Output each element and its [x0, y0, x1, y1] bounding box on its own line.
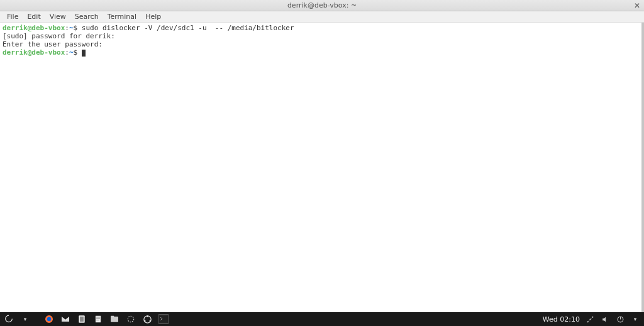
scrollbar-thumb[interactable] [641, 23, 644, 312]
terminal-line: derrik@deb-vbox:~$ [3, 48, 639, 57]
chevron-down-icon[interactable]: ▾ [630, 314, 640, 324]
menu-view[interactable]: View [45, 11, 70, 22]
terminal-line: Enter the user password: [3, 40, 639, 48]
prompt-path: ~ [69, 48, 74, 57]
cursor-icon [82, 50, 86, 57]
svg-point-10 [128, 316, 133, 322]
terminal-task-icon[interactable] [158, 314, 169, 324]
power-icon[interactable] [615, 314, 625, 324]
svg-line-20 [590, 317, 592, 319]
window-title: derrik@deb-vbox: ~ [287, 1, 357, 9]
mail-icon[interactable] [60, 314, 70, 324]
svg-point-14 [143, 320, 145, 322]
svg-rect-9 [111, 316, 114, 317]
close-icon[interactable]: ✕ [634, 1, 640, 10]
ubuntu-icon[interactable] [142, 314, 152, 324]
svg-rect-7 [96, 320, 99, 320]
start-menu-icon[interactable] [4, 314, 14, 324]
svg-line-19 [587, 319, 590, 322]
svg-rect-15 [159, 315, 168, 323]
svg-rect-4 [96, 316, 101, 323]
dotted-circle-icon[interactable] [126, 314, 136, 324]
menu-search[interactable]: Search [70, 11, 103, 22]
prompt-path: ~ [69, 24, 74, 32]
menu-help[interactable]: Help [141, 11, 165, 22]
svg-rect-3 [80, 317, 84, 322]
menu-file[interactable]: File [3, 11, 23, 22]
chevron-down-icon[interactable]: ▾ [20, 314, 30, 324]
menu-terminal[interactable]: Terminal [103, 11, 142, 22]
svg-rect-5 [96, 317, 100, 318]
menu-edit[interactable]: Edit [23, 11, 45, 22]
app-icon[interactable] [77, 314, 87, 324]
svg-point-12 [147, 315, 148, 317]
svg-rect-8 [111, 317, 118, 322]
prompt-user: derrik@deb-vbox [3, 24, 65, 32]
taskbar-left: ▾ [4, 314, 169, 324]
network-icon[interactable] [585, 314, 595, 324]
window-titlebar: derrik@deb-vbox: ~ ✕ [0, 0, 644, 11]
prompt-colon: : [65, 24, 69, 32]
terminal-command: sudo dislocker -V /dev/sdc1 -u -- /media… [82, 24, 294, 32]
prompt-colon: : [65, 48, 69, 57]
prompt-dollar: $ [74, 24, 82, 32]
prompt-user: derrik@deb-vbox [3, 48, 65, 57]
firefox-icon[interactable] [44, 314, 54, 324]
terminal-line: [sudo] password for derrik: [3, 32, 639, 40]
terminal-viewport[interactable]: derrik@deb-vbox:~$ sudo dislocker -V /de… [0, 23, 641, 312]
files-icon[interactable] [109, 314, 119, 324]
volume-icon[interactable] [600, 314, 610, 324]
svg-point-13 [149, 320, 151, 322]
document-icon[interactable] [93, 314, 103, 324]
terminal-line: derrik@deb-vbox:~$ sudo dislocker -V /de… [3, 24, 639, 32]
scrollbar-vertical[interactable] [641, 23, 644, 312]
svg-rect-6 [96, 318, 100, 319]
taskbar-right: Wed 02:10 ▾ [543, 314, 640, 324]
taskbar: ▾ Wed 02:10 [0, 312, 644, 326]
menubar: File Edit View Search Terminal Help [0, 11, 644, 23]
clock[interactable]: Wed 02:10 [543, 315, 580, 323]
svg-point-1 [47, 317, 52, 322]
prompt-dollar: $ [74, 48, 82, 57]
